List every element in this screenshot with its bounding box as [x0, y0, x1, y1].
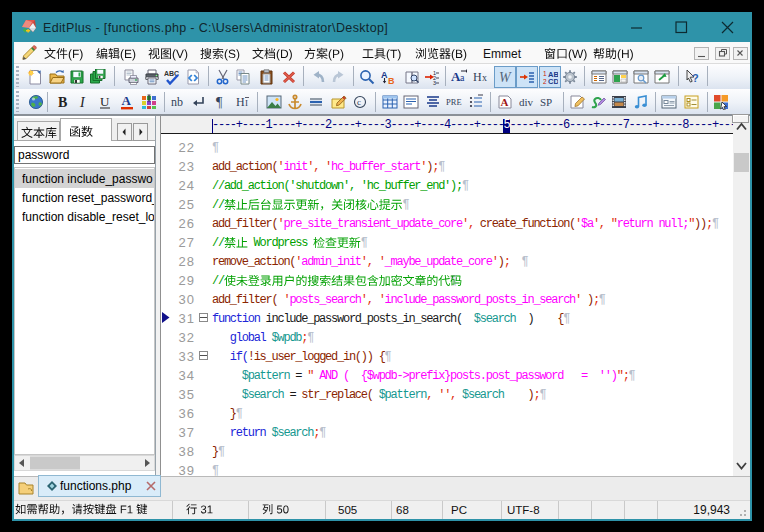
svg-text:2: 2	[543, 78, 547, 85]
svg-text:H: H	[236, 95, 245, 109]
svg-text:c: c	[357, 97, 361, 107]
svg-text:B: B	[388, 76, 395, 85]
svg-text:a: a	[460, 72, 465, 83]
svg-text:A: A	[122, 94, 132, 108]
svg-text:I: I	[245, 98, 248, 108]
svg-text:B: B	[58, 95, 67, 110]
svg-text:U: U	[100, 94, 110, 109]
svg-text:A: A	[501, 96, 509, 108]
svg-text:x: x	[482, 72, 487, 83]
svg-text:I: I	[79, 95, 86, 110]
svg-text:div: div	[519, 96, 534, 108]
svg-text:CD: CD	[548, 77, 558, 85]
svg-text:nb: nb	[171, 95, 183, 109]
svg-text:?: ?	[692, 72, 699, 84]
svg-text:W: W	[499, 70, 512, 85]
svg-text:PRE: PRE	[446, 97, 462, 107]
svg-text:1: 1	[543, 70, 547, 77]
svg-text:SP: SP	[540, 96, 552, 108]
svg-text:¶: ¶	[216, 95, 223, 110]
svg-text:H: H	[473, 70, 482, 84]
svg-text:3: 3	[433, 80, 436, 85]
